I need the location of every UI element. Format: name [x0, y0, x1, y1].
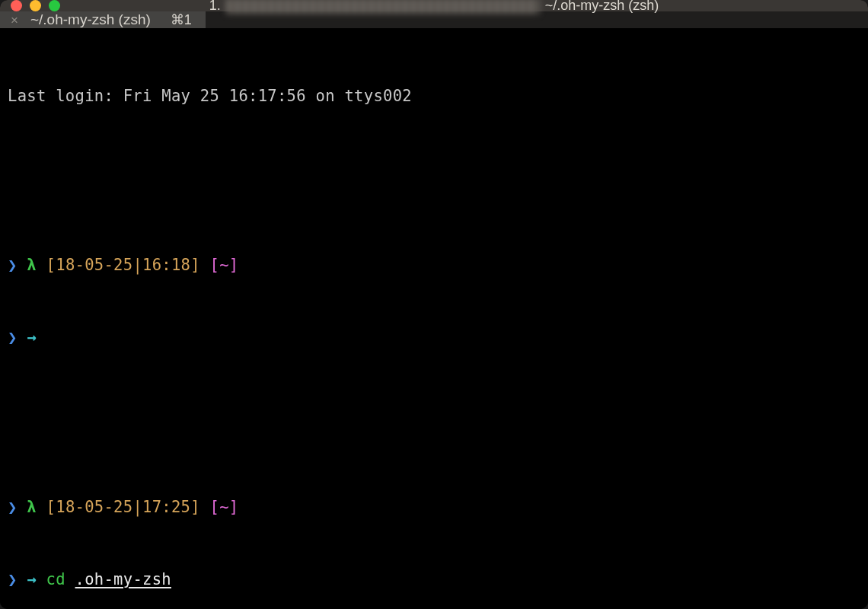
last-login-line: Last login: Fri May 25 16:17:56 on ttys0… [8, 84, 860, 109]
lambda-icon: λ [27, 498, 37, 516]
window-title-redacted [227, 0, 539, 14]
prompt-line-2: ❯ λ [18-05-25|17:25] [~] [8, 496, 860, 520]
chevron-right-icon: ❯ [8, 328, 27, 346]
prompt-cwd: [~] [210, 256, 239, 274]
close-tab-icon[interactable]: × [11, 14, 18, 27]
chevron-right-icon: ❯ [8, 256, 27, 274]
tab-active[interactable]: × ~/.oh-my-zsh (zsh) ⌘1 [0, 11, 206, 28]
tab-label: ~/.oh-my-zsh (zsh) [30, 11, 151, 28]
prompt-timestamp: [18-05-25|17:25] [46, 498, 200, 516]
command-line-2: ❯ → cd .oh-my-zsh [8, 568, 860, 592]
command-name: cd [46, 570, 75, 588]
lambda-icon: λ [27, 256, 37, 274]
arrow-right-icon: → [27, 570, 37, 588]
terminal-body[interactable]: Last login: Fri May 25 16:17:56 on ttys0… [0, 28, 868, 609]
arrow-right-icon: → [27, 328, 37, 346]
prompt-input-1: ❯ → [8, 326, 860, 350]
tab-shortcut: ⌘1 [171, 11, 192, 28]
prompt-cwd: [~] [210, 498, 239, 516]
tab-bar: × ~/.oh-my-zsh (zsh) ⌘1 [0, 11, 868, 28]
minimize-window-button[interactable] [30, 0, 41, 11]
traffic-lights [11, 0, 60, 11]
prompt-timestamp: [18-05-25|16:18] [46, 256, 200, 274]
chevron-right-icon: ❯ [8, 570, 27, 588]
prompt-line-1: ❯ λ [18-05-25|16:18] [~] [8, 253, 860, 278]
window-titlebar: 1. ~/.oh-my-zsh (zsh) [0, 0, 868, 11]
zoom-window-button[interactable] [49, 0, 60, 11]
close-window-button[interactable] [11, 0, 22, 11]
chevron-right-icon: ❯ [8, 498, 27, 516]
command-arg: .oh-my-zsh [75, 570, 171, 588]
terminal-window: 1. ~/.oh-my-zsh (zsh) × ~/.oh-my-zsh (zs… [0, 0, 868, 609]
